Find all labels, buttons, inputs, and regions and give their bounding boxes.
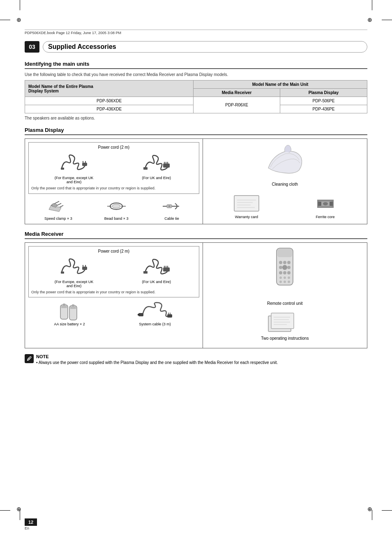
svg-point-61 xyxy=(279,281,282,283)
registration-mark-tr xyxy=(367,16,376,25)
svg-rect-25 xyxy=(330,202,333,206)
svg-rect-5 xyxy=(163,164,170,168)
content-area: 03 Supplied Accessories Identifying the … xyxy=(25,41,367,506)
crop-mark xyxy=(372,0,372,10)
svg-rect-40 xyxy=(72,304,74,306)
svg-rect-44 xyxy=(167,314,172,318)
cord-item-uk: (For UK and Eire) xyxy=(140,152,173,184)
speed-clamp-item: Speed clamp × 3 xyxy=(44,197,72,221)
svg-rect-4 xyxy=(143,167,148,170)
col2a-header: Media Receiver xyxy=(194,89,280,97)
cord-item-europe-media: (For Europe, except UKand Eire) xyxy=(55,256,94,288)
note-section: 🖊 NOTE • Always use the power cord suppl… xyxy=(25,354,367,365)
table-row: PDP-506XDE PDP-R06XE PDP-506PE xyxy=(25,97,367,105)
svg-point-60 xyxy=(288,276,290,279)
svg-point-58 xyxy=(279,276,282,279)
svg-rect-65 xyxy=(271,313,294,329)
registration-mark-tl xyxy=(16,16,25,25)
plasma-model-1: PDP-506PE xyxy=(280,97,367,105)
cord-images: (For Europe, except UKand Eire) xyxy=(31,152,196,184)
plasma-right-section: Cleaning cloth Warranty card xyxy=(203,139,367,224)
header-bar: PDP506XDE.book Page 12 Friday, June 17, … xyxy=(25,30,367,35)
svg-point-26 xyxy=(323,202,328,205)
section1-intro: Use the following table to check that yo… xyxy=(25,72,367,77)
plasma-left-section: Power cord (2 m) xyxy=(25,139,203,224)
system-cable-item: System cable (3 m) xyxy=(136,301,173,326)
instructions-drawing xyxy=(266,310,303,334)
cord-note-plasma: Only the power cord that is appropriate … xyxy=(31,186,196,191)
cord-item-uk-media: (For UK and Eire) xyxy=(140,256,173,288)
speed-clamp-drawing xyxy=(47,197,69,216)
small-items-row-media: AA size battery × 2 xyxy=(28,301,199,326)
svg-point-63 xyxy=(288,281,290,283)
cleaning-cloth-item: Cleaning cloth xyxy=(260,143,309,187)
cord-uk-caption-media: (For UK and Eire) xyxy=(142,280,171,284)
section3-header: Media Receiver xyxy=(25,231,367,239)
small-items-row-plasma: Speed clamp × 3 Bead band × 3 xyxy=(28,197,199,221)
page-number-area: 12 En xyxy=(25,518,37,530)
warranty-card-label: Warranty card xyxy=(235,215,258,219)
warranty-card-item: Warranty card xyxy=(232,193,261,219)
cord-europe-drawing xyxy=(58,152,90,175)
section1-header: Identifying the main units xyxy=(25,61,367,69)
ferrite-core-drawing xyxy=(313,193,338,214)
instructions-item: Two operating instructions xyxy=(261,310,309,341)
svg-point-13 xyxy=(112,204,120,208)
plasma-display-accessories: Power cord (2 m) xyxy=(25,138,367,224)
accessories-grid: Power cord (2 m) xyxy=(25,139,367,224)
cord-europe-caption: (For Europe, except UKand Eire) xyxy=(55,176,94,184)
svg-rect-38 xyxy=(61,306,67,308)
system-cable-drawing xyxy=(136,301,173,321)
col2-header: Model Name of the Main Unit xyxy=(194,81,367,89)
remote-control-item: Remote control unit xyxy=(267,246,303,306)
remote-control-drawing xyxy=(268,246,301,299)
right-bottom-row-plasma: Warranty card xyxy=(206,193,364,219)
cord-item-europe: (For Europe, except UKand Eire) xyxy=(55,152,94,184)
svg-point-59 xyxy=(284,276,286,279)
col2b-header: Plasma Display xyxy=(280,89,367,97)
speed-clamp-label: Speed clamp × 3 xyxy=(44,216,72,221)
svg-point-55 xyxy=(279,271,282,274)
power-cord-label: Power cord (2 m) xyxy=(31,145,196,150)
note-title: NOTE xyxy=(36,354,278,359)
cable-tie-item: Cable tie xyxy=(161,197,183,221)
system-model-2: PDP-436XDE xyxy=(25,105,194,113)
model-table: Model Name of the Entire PlasmaDisplay S… xyxy=(25,80,367,113)
registration-mark-br xyxy=(367,506,376,514)
svg-rect-24 xyxy=(318,202,321,206)
cleaning-cloth-label: Cleaning cloth xyxy=(272,182,298,187)
chapter-number: 03 xyxy=(25,41,39,53)
chapter-title: Supplied Accessories xyxy=(43,41,367,53)
svg-point-57 xyxy=(287,271,291,274)
cord-images-media: (For Europe, except UKand Eire) xyxy=(31,256,196,288)
note-content: NOTE • Always use the power cord supplie… xyxy=(36,354,278,365)
svg-rect-19 xyxy=(234,196,259,211)
chapter-header: 03 Supplied Accessories xyxy=(25,41,367,53)
battery-drawing xyxy=(57,301,82,321)
cord-uk-media-drawing xyxy=(140,256,173,279)
power-cord-section-media: Power cord (2 m) (For Europ xyxy=(28,246,199,298)
plasma-model-2: PDP-436PE xyxy=(280,105,367,113)
svg-rect-48 xyxy=(277,249,292,257)
crop-mark xyxy=(20,0,20,10)
ferrite-core-item: Ferrite core xyxy=(313,193,338,219)
svg-rect-28 xyxy=(82,267,87,270)
page-container: PDP506XDE.book Page 12 Friday, June 17, … xyxy=(0,0,392,555)
system-model-1: PDP-506XDE xyxy=(25,97,194,105)
cord-note-media: Only the power cord that is appropriate … xyxy=(31,290,196,295)
media-receiver-grid: Power cord (2 m) (For Europ xyxy=(25,243,367,348)
svg-point-52 xyxy=(279,266,282,269)
svg-point-51 xyxy=(287,261,291,264)
svg-point-56 xyxy=(283,271,286,274)
battery-label: AA size battery × 2 xyxy=(54,322,85,326)
svg-rect-43 xyxy=(138,314,140,315)
crop-mark xyxy=(382,510,392,511)
media-receiver-model: PDP-R06XE xyxy=(194,97,280,113)
cable-tie-drawing xyxy=(161,197,183,216)
bead-band-item: Bead band × 3 xyxy=(104,197,129,221)
cord-europe-media-drawing xyxy=(58,256,90,279)
battery-item: AA size battery × 2 xyxy=(54,301,85,326)
cord-uk-caption: (For UK and Eire) xyxy=(142,176,171,180)
svg-point-54 xyxy=(287,266,291,269)
media-receiver-left: Power cord (2 m) (For Europ xyxy=(25,243,203,348)
